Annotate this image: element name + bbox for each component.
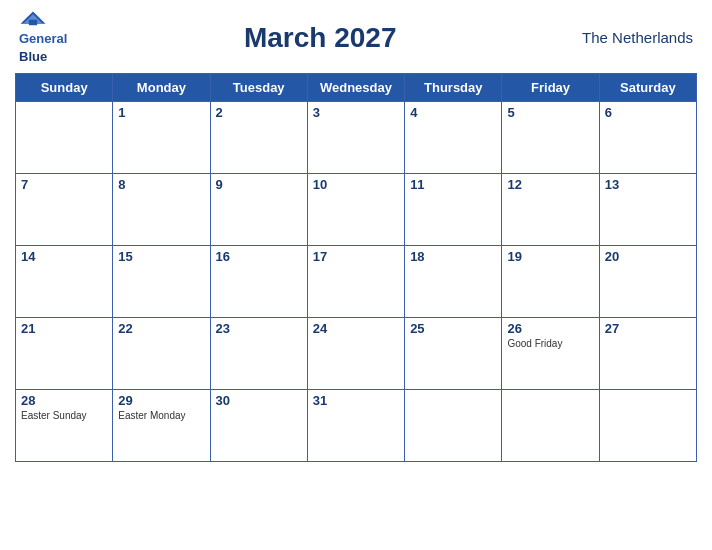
col-wednesday: Wednesday	[307, 74, 404, 102]
day-number: 25	[410, 321, 496, 336]
calendar-day-cell: 29Easter Monday	[113, 390, 210, 462]
calendar-day-cell: 7	[16, 174, 113, 246]
calendar-day-cell: 31	[307, 390, 404, 462]
day-number: 10	[313, 177, 399, 192]
calendar-day-cell: 26Good Friday	[502, 318, 599, 390]
day-number: 9	[216, 177, 302, 192]
calendar-day-cell: 22	[113, 318, 210, 390]
calendar-day-cell: 1	[113, 102, 210, 174]
calendar-week-row: 123456	[16, 102, 697, 174]
day-number: 26	[507, 321, 593, 336]
day-number: 6	[605, 105, 691, 120]
holiday-label: Good Friday	[507, 338, 593, 349]
day-number: 5	[507, 105, 593, 120]
calendar-day-cell: 15	[113, 246, 210, 318]
logo-text: GeneralBlue	[19, 29, 67, 65]
calendar-week-row: 28Easter Sunday29Easter Monday3031	[16, 390, 697, 462]
calendar-title: March 2027	[67, 22, 573, 54]
calendar-day-cell: 18	[405, 246, 502, 318]
logo-area: GeneralBlue	[19, 10, 67, 65]
country-label: The Netherlands	[573, 29, 693, 46]
col-saturday: Saturday	[599, 74, 696, 102]
calendar-day-cell: 21	[16, 318, 113, 390]
calendar-day-cell	[405, 390, 502, 462]
col-sunday: Sunday	[16, 74, 113, 102]
day-number: 19	[507, 249, 593, 264]
holiday-label: Easter Sunday	[21, 410, 107, 421]
day-number: 21	[21, 321, 107, 336]
calendar-week-row: 14151617181920	[16, 246, 697, 318]
calendar-day-cell: 3	[307, 102, 404, 174]
calendar-day-cell: 20	[599, 246, 696, 318]
calendar-day-cell: 28Easter Sunday	[16, 390, 113, 462]
logo-icon	[19, 10, 47, 28]
day-number: 17	[313, 249, 399, 264]
calendar-day-cell	[16, 102, 113, 174]
day-number: 7	[21, 177, 107, 192]
day-number: 24	[313, 321, 399, 336]
calendar-day-cell: 23	[210, 318, 307, 390]
day-number: 12	[507, 177, 593, 192]
calendar-container: GeneralBlue March 2027 The Netherlands S…	[0, 0, 712, 550]
calendar-day-cell	[502, 390, 599, 462]
day-number: 14	[21, 249, 107, 264]
calendar-week-row: 78910111213	[16, 174, 697, 246]
day-number: 8	[118, 177, 204, 192]
calendar-day-cell: 25	[405, 318, 502, 390]
calendar-day-cell: 2	[210, 102, 307, 174]
calendar-day-cell: 27	[599, 318, 696, 390]
day-number: 23	[216, 321, 302, 336]
calendar-header: GeneralBlue March 2027 The Netherlands	[15, 10, 697, 65]
calendar-day-cell: 13	[599, 174, 696, 246]
day-number: 16	[216, 249, 302, 264]
calendar-day-cell: 24	[307, 318, 404, 390]
day-number: 1	[118, 105, 204, 120]
calendar-day-cell: 9	[210, 174, 307, 246]
day-number: 3	[313, 105, 399, 120]
col-thursday: Thursday	[405, 74, 502, 102]
day-number: 13	[605, 177, 691, 192]
col-monday: Monday	[113, 74, 210, 102]
col-tuesday: Tuesday	[210, 74, 307, 102]
weekday-header-row: Sunday Monday Tuesday Wednesday Thursday…	[16, 74, 697, 102]
calendar-day-cell: 5	[502, 102, 599, 174]
day-number: 31	[313, 393, 399, 408]
calendar-day-cell: 19	[502, 246, 599, 318]
calendar-grid: Sunday Monday Tuesday Wednesday Thursday…	[15, 73, 697, 462]
day-number: 4	[410, 105, 496, 120]
calendar-day-cell: 6	[599, 102, 696, 174]
calendar-day-cell: 8	[113, 174, 210, 246]
day-number: 29	[118, 393, 204, 408]
calendar-day-cell: 11	[405, 174, 502, 246]
day-number: 30	[216, 393, 302, 408]
calendar-day-cell: 30	[210, 390, 307, 462]
calendar-day-cell	[599, 390, 696, 462]
svg-rect-3	[29, 20, 37, 26]
day-number: 22	[118, 321, 204, 336]
calendar-day-cell: 14	[16, 246, 113, 318]
calendar-day-cell: 16	[210, 246, 307, 318]
day-number: 2	[216, 105, 302, 120]
col-friday: Friday	[502, 74, 599, 102]
calendar-day-cell: 12	[502, 174, 599, 246]
day-number: 20	[605, 249, 691, 264]
calendar-day-cell: 10	[307, 174, 404, 246]
day-number: 11	[410, 177, 496, 192]
holiday-label: Easter Monday	[118, 410, 204, 421]
day-number: 27	[605, 321, 691, 336]
calendar-week-row: 212223242526Good Friday27	[16, 318, 697, 390]
calendar-day-cell: 4	[405, 102, 502, 174]
calendar-day-cell: 17	[307, 246, 404, 318]
day-number: 18	[410, 249, 496, 264]
day-number: 15	[118, 249, 204, 264]
day-number: 28	[21, 393, 107, 408]
